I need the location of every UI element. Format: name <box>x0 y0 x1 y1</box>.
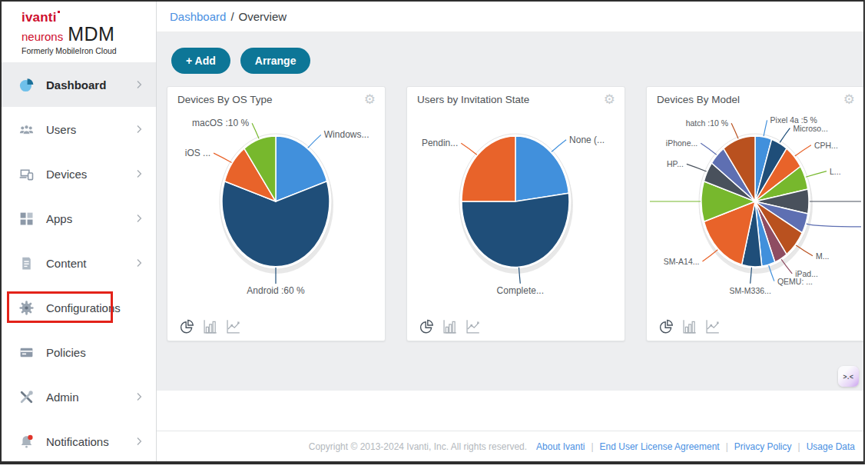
sidebar-item-configurations[interactable]: Configurations <box>2 285 156 330</box>
content-gap <box>157 391 863 431</box>
breadcrumb-current: Overview <box>239 10 287 23</box>
footer-link-usage-data[interactable]: Usage Data <box>807 441 855 452</box>
sidebar-item-label: Content <box>46 257 133 270</box>
slice-label-hatch: hatch :10 % <box>686 118 728 128</box>
sidebar: ivanti neurons MDM Formerly MobileIron C… <box>2 2 157 461</box>
slice-label-l: L... <box>830 167 841 176</box>
pie-chart-switch-icon[interactable] <box>656 317 677 336</box>
slice-label-hp: HP... <box>667 159 684 168</box>
sidebar-item-admin[interactable]: Admin <box>2 374 156 419</box>
sidebar-item-dashboard[interactable]: Dashboard <box>2 62 156 107</box>
chevron-right-icon <box>133 257 145 269</box>
slice-label-cph: CPH... <box>814 141 838 150</box>
card-settings-gear-icon[interactable]: ⚙ <box>364 93 376 106</box>
footer-separator: | <box>798 441 800 452</box>
pie-chart: Windows...Android :60 %iOS ...macOS :10 … <box>167 106 385 301</box>
line-chart-switch-icon[interactable] <box>223 317 244 336</box>
slice-label-qemu: QEMU: ... <box>777 277 813 286</box>
app-window: ivanti neurons MDM Formerly MobileIron C… <box>0 0 865 464</box>
slice-label-windows: Windows... <box>324 129 369 140</box>
chart-title: Devices By Model <box>657 94 740 105</box>
chevron-right-icon <box>133 123 145 135</box>
card-header: Devices By Model⚙ <box>647 87 864 106</box>
logo-tagline: Formerly MobileIron Cloud <box>22 46 150 55</box>
content-icon <box>18 255 35 271</box>
line-chart-switch-icon[interactable] <box>702 317 723 336</box>
chart-card-devices-by-os-type: Devices By OS Type⚙Windows...Android :60… <box>167 86 386 341</box>
dashboard-icon <box>18 77 35 93</box>
sidebar-item-label: Notifications <box>46 435 133 448</box>
card-settings-gear-icon[interactable]: ⚙ <box>604 93 615 106</box>
chart-title: Users by Invitation State <box>417 94 529 105</box>
chevron-right-icon <box>133 168 145 180</box>
toolbar: + Add Arrange <box>171 48 863 74</box>
sidebar-item-label: Policies <box>46 346 145 359</box>
sidebar-item-label: Users <box>46 123 133 136</box>
card-header: Users by Invitation State⚙ <box>407 87 624 106</box>
chart-type-switcher <box>407 317 624 341</box>
sidebar-item-content[interactable]: Content <box>2 241 156 285</box>
pie-chart: Pixel 4a :5 %Microso...CPH...L...M...iPa… <box>647 106 864 301</box>
sidebar-item-label: Configurations <box>46 301 145 314</box>
footer-link-about-ivanti[interactable]: About Ivanti <box>536 441 585 452</box>
sidebar-item-label: Dashboard <box>46 78 133 91</box>
copyright-text: Copyright © 2013-2024 Ivanti, Inc. All r… <box>309 441 527 452</box>
bar-chart-switch-icon[interactable] <box>439 317 460 336</box>
footer-link-privacy-policy[interactable]: Privacy Policy <box>734 441 792 452</box>
chart-card-users-by-invitation-state: Users by Invitation State⚙None (...Compl… <box>406 86 625 341</box>
logo-suite: MDM <box>68 25 114 44</box>
policies-icon <box>18 344 35 361</box>
apps-icon <box>18 211 35 227</box>
chevron-right-icon <box>133 212 145 225</box>
footer-link-end-user-license-agreement[interactable]: End User License Agreement <box>600 441 720 452</box>
sidebar-item-policies[interactable]: Policies <box>2 330 156 374</box>
add-button[interactable]: + Add <box>171 48 230 74</box>
slice-label-android: Android :60 % <box>247 285 305 296</box>
slice-label-none: None (... <box>569 135 605 145</box>
footer-separator: | <box>726 441 728 452</box>
breadcrumb-dashboard-link[interactable]: Dashboard <box>170 10 226 23</box>
chart-card-devices-by-model: Devices By Model⚙Pixel 4a :5 %Microso...… <box>646 86 865 341</box>
chart-title: Devices By OS Type <box>177 94 273 105</box>
slice-label-sm-a14: SM-A14... <box>664 257 700 266</box>
chart-cards-row: Devices By OS Type⚙Windows...Android :60… <box>167 86 863 341</box>
sidebar-item-apps[interactable]: Apps <box>2 196 156 241</box>
bar-chart-switch-icon[interactable] <box>679 317 700 336</box>
arrange-button[interactable]: Arrange <box>240 48 311 74</box>
sidebar-item-label: Admin <box>46 391 133 404</box>
card-header: Devices By OS Type⚙ <box>167 87 385 106</box>
chevron-right-icon <box>133 391 145 403</box>
pie-slice-none[interactable] <box>515 136 568 201</box>
main-area: Dashboard / Overview + Add Arrange Devic… <box>157 2 863 461</box>
slice-label-ios: iOS ... <box>185 148 210 158</box>
admin-icon <box>18 389 35 405</box>
logo-brand: ivanti <box>22 11 150 24</box>
gear-icon <box>18 300 35 316</box>
slice-label-macos: macOS :10 % <box>192 118 249 128</box>
users-icon <box>18 121 35 138</box>
slice-label-iphone: iPhone... <box>666 138 697 148</box>
sidebar-item-label: Devices <box>46 168 133 181</box>
chevron-right-icon <box>133 78 145 91</box>
slice-label-microsoft: Microso... <box>793 124 828 133</box>
pie-chart-switch-icon[interactable] <box>416 317 437 336</box>
slice-label-sm-m336: SM-M336... <box>730 286 771 295</box>
ivanti-logo: ivanti neurons MDM Formerly MobileIron C… <box>2 2 156 62</box>
devices-icon <box>18 166 35 182</box>
pie-slice-pending[interactable] <box>462 136 515 201</box>
line-chart-switch-icon[interactable] <box>462 317 483 336</box>
sidebar-nav: DashboardUsersDevicesAppsContentConfigur… <box>2 62 156 461</box>
sidebar-item-devices[interactable]: Devices <box>2 151 156 196</box>
card-settings-gear-icon[interactable]: ⚙ <box>843 93 855 106</box>
sidebar-item-users[interactable]: Users <box>2 107 156 151</box>
pie-chart-switch-icon[interactable] <box>177 317 197 336</box>
sidebar-item-notifications[interactable]: Notifications <box>2 419 156 461</box>
pie-chart: None (...Complete...Pendin... <box>407 106 624 301</box>
logo-mark <box>58 11 60 13</box>
bar-chart-switch-icon[interactable] <box>200 317 220 336</box>
collapse-widget-button[interactable]: >.< <box>838 366 859 387</box>
dashboard-content: + Add Arrange Devices By OS Type⚙Windows… <box>157 32 863 391</box>
footer-separator: | <box>591 441 593 452</box>
slice-label-pending: Pendin... <box>422 138 458 148</box>
slice-label-complete: Complete... <box>497 285 544 296</box>
